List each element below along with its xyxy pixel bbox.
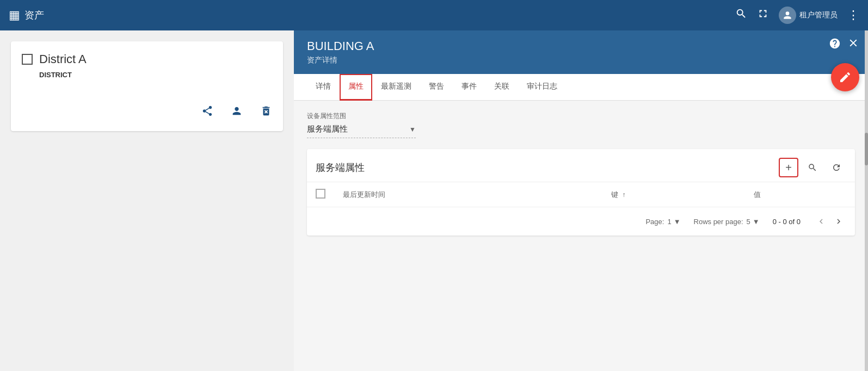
content-area: 设备属性范围 服务端属性 ▼ 服务端属性 + xyxy=(294,101,868,371)
main-layout: District A DISTRICT BUILDING A 资产详情 xyxy=(0,30,868,371)
rows-label: Rows per page: xyxy=(694,218,743,226)
select-all-checkbox[interactable] xyxy=(316,189,325,199)
panel-header: BUILDING A 资产详情 xyxy=(294,30,868,74)
rows-selector[interactable]: 5 ▼ xyxy=(747,218,760,226)
panel-header-actions xyxy=(829,37,859,52)
page-selector[interactable]: 1 ▼ xyxy=(667,218,680,226)
rows-dropdown-arrow: ▼ xyxy=(753,218,760,226)
table-header-row: 最后更新时间 键 ↑ 值 xyxy=(307,182,855,207)
pagination-nav xyxy=(814,214,846,229)
edit-fab-button[interactable] xyxy=(831,63,859,91)
properties-table: 最后更新时间 键 ↑ 值 xyxy=(307,182,855,207)
tab-audit-log[interactable]: 审计日志 xyxy=(518,74,566,101)
asset-type: DISTRICT xyxy=(22,71,272,79)
fullscreen-icon[interactable] xyxy=(757,8,769,23)
nav-actions: 租户管理员 ⋮ xyxy=(735,7,859,24)
rows-value: 5 xyxy=(747,218,750,226)
asset-title: District A xyxy=(39,52,87,66)
user-name: 租户管理员 xyxy=(799,10,838,20)
page-value: 1 xyxy=(667,218,671,226)
app-logo-icon: ▦ xyxy=(9,8,20,22)
app-title: 资产 xyxy=(24,9,44,22)
page-section: Page: 1 ▼ xyxy=(645,218,680,226)
refresh-button[interactable] xyxy=(827,158,846,177)
search-properties-button[interactable] xyxy=(803,158,822,177)
pagination-count: 0 - 0 of 0 xyxy=(773,218,801,226)
asset-select-checkbox[interactable] xyxy=(22,54,33,65)
rows-section: Rows per page: 5 ▼ xyxy=(694,218,760,226)
col-key: 键 ↑ xyxy=(602,182,746,207)
scope-selector[interactable]: 服务端属性 ▼ xyxy=(307,124,416,138)
scope-dropdown-arrow: ▼ xyxy=(409,126,416,133)
panel-title: BUILDING A xyxy=(307,39,838,53)
tab-details[interactable]: 详情 xyxy=(307,74,340,101)
close-button[interactable] xyxy=(847,37,859,52)
more-menu-icon[interactable]: ⋮ xyxy=(847,8,859,22)
search-icon[interactable] xyxy=(735,8,747,23)
properties-table-card: 服务端属性 + xyxy=(307,149,855,236)
help-button[interactable] xyxy=(829,38,841,52)
tab-relations[interactable]: 关联 xyxy=(485,74,518,101)
pagination-bar: Page: 1 ▼ Rows per page: 5 ▼ 0 - 0 of xyxy=(307,207,855,236)
page-dropdown-arrow: ▼ xyxy=(674,218,681,226)
scope-label: 设备属性范围 xyxy=(307,112,855,121)
table-card-header: 服务端属性 + xyxy=(307,149,855,182)
col-last-updated: 最后更新时间 xyxy=(334,182,602,207)
prev-page-button[interactable] xyxy=(814,214,829,229)
add-property-button[interactable]: + xyxy=(779,158,798,177)
tab-properties[interactable]: 属性 xyxy=(340,74,372,101)
panel-subtitle: 资产详情 xyxy=(307,55,838,65)
avatar xyxy=(779,7,796,24)
tab-latest-telemetry[interactable]: 最新遥测 xyxy=(372,74,420,101)
asset-card-actions xyxy=(22,101,272,120)
assign-icon[interactable] xyxy=(231,105,243,120)
share-icon[interactable] xyxy=(201,105,213,120)
asset-card: District A DISTRICT xyxy=(11,41,283,131)
next-page-button[interactable] xyxy=(831,214,846,229)
app-logo: ▦ 资产 xyxy=(9,8,44,22)
tabs-bar: 详情 属性 最新遥测 警告 事件 关联 审计日志 xyxy=(294,74,868,101)
tab-alarms[interactable]: 警告 xyxy=(420,74,453,101)
sort-key-icon[interactable]: ↑ xyxy=(622,191,625,199)
left-panel: District A DISTRICT xyxy=(0,30,294,371)
col-value: 值 xyxy=(745,182,855,207)
top-nav: ▦ 资产 租户管理员 ⋮ xyxy=(0,0,868,30)
page-label: Page: xyxy=(645,218,664,226)
scope-value: 服务端属性 xyxy=(307,124,407,134)
right-panel: BUILDING A 资产详情 详情 属性 xyxy=(294,30,868,371)
table-card-actions: + xyxy=(779,158,846,177)
scrollbar-thumb xyxy=(865,133,868,165)
asset-card-header: District A xyxy=(22,52,272,66)
user-menu[interactable]: 租户管理员 xyxy=(779,7,838,24)
delete-icon[interactable] xyxy=(260,105,272,120)
col-checkbox xyxy=(307,182,334,207)
tab-events[interactable]: 事件 xyxy=(453,74,485,101)
table-card-title: 服务端属性 xyxy=(316,161,779,174)
scrollbar[interactable] xyxy=(865,30,868,371)
